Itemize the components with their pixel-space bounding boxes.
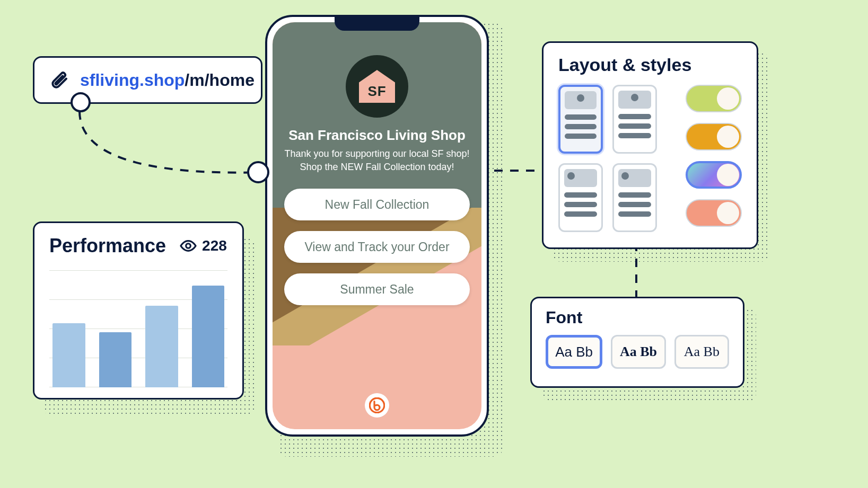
font-option-serif[interactable]: Aa Bb: [674, 335, 729, 369]
logo-text: SF: [367, 83, 386, 100]
layout-option-left-alt[interactable]: [612, 163, 657, 232]
layout-option-centered[interactable]: [558, 85, 603, 154]
layout-styles-panel: Layout & styles: [542, 41, 758, 249]
url-path: /m/home: [185, 70, 255, 90]
color-toggle[interactable]: [686, 161, 742, 189]
font-panel: Font Aa Bb Aa Bb Aa Bb: [530, 297, 744, 388]
svg-point-1: [186, 244, 191, 249]
link-button[interactable]: New Fall Collection: [284, 189, 470, 220]
shop-title: San Francisco Living Shop: [273, 127, 481, 144]
chart-bar: [99, 332, 132, 388]
connector-line: [74, 106, 270, 180]
chart-bar: [192, 286, 225, 388]
connector-node-icon: [71, 92, 91, 112]
views-count: 228: [202, 237, 227, 254]
shop-subtitle: Thank you for supporting our local SF sh…: [283, 147, 471, 174]
layout-option-centered-alt[interactable]: [612, 85, 657, 154]
connector-node-icon: [247, 161, 269, 183]
url-domain: sfliving.shop: [80, 70, 185, 90]
url-pill: sfliving.shop/m/home: [33, 56, 262, 104]
subtitle-line: Thank you for supporting our local SF sh…: [284, 148, 469, 159]
short-url[interactable]: sfliving.shop/m/home: [80, 70, 255, 90]
chart-bar: [52, 323, 85, 387]
performance-chart: [49, 271, 227, 387]
hero-background: [273, 22, 481, 213]
font-title: Font: [546, 308, 729, 327]
phone-preview: SF San Francisco Living Shop Thank you f…: [265, 15, 489, 437]
performance-title: Performance: [49, 235, 166, 257]
link-list: New Fall Collection View and Track your …: [284, 189, 470, 305]
link-button[interactable]: View and Track your Order: [284, 231, 470, 263]
house-icon: SF: [359, 70, 395, 103]
phone-notch-icon: [335, 17, 419, 31]
phone-screen: SF San Francisco Living Shop Thank you f…: [273, 22, 481, 429]
layout-option-left[interactable]: [558, 163, 603, 232]
color-toggle[interactable]: [686, 123, 742, 150]
link-icon: [46, 68, 71, 92]
layout-styles-title: Layout & styles: [558, 55, 742, 75]
link-button[interactable]: Summer Sale: [284, 273, 470, 305]
color-toggle[interactable]: [686, 199, 742, 227]
layout-options: [558, 85, 657, 232]
font-option-serif-bold[interactable]: Aa Bb: [611, 335, 665, 369]
performance-panel: Performance 228: [33, 221, 244, 400]
color-toggles: [670, 85, 742, 227]
views-metric: 228: [180, 237, 227, 254]
chart-bar: [145, 306, 178, 387]
shop-logo: SF: [346, 55, 408, 118]
subtitle-line: Shop the NEW Fall Collection today!: [300, 162, 454, 172]
eye-icon: [180, 237, 197, 254]
bitly-badge-icon: [365, 393, 389, 418]
font-option-sans[interactable]: Aa Bb: [546, 335, 602, 369]
color-toggle[interactable]: [686, 85, 742, 112]
